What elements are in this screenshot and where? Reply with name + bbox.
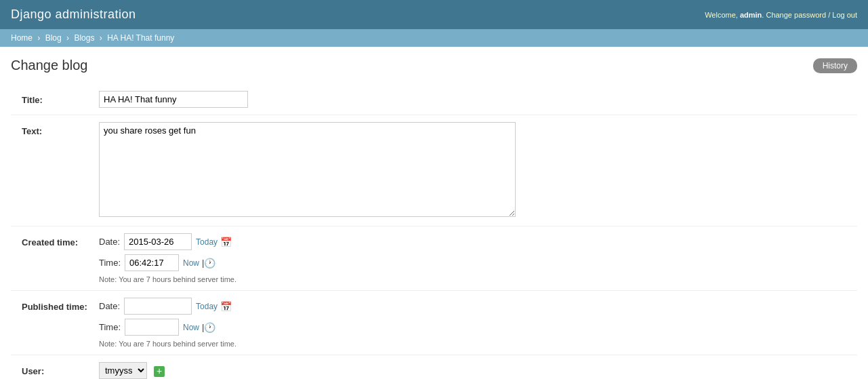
breadcrumb-sep-3: › [100,33,104,43]
published-date-row: Date: Today 📅 [99,298,846,315]
breadcrumb-current: HA HA! That funny [107,33,174,43]
change-blog-form: Title: Text: Created time: Date: Today 📅 [11,84,857,379]
published-time-input[interactable] [125,319,179,336]
breadcrumb-sep-1: › [37,33,42,43]
add-icon: + [154,366,165,377]
published-now-link[interactable]: Now [183,323,199,332]
text-row: Text: [11,115,857,226]
published-time-row: Published time: Date: Today 📅 Time: Now … [11,290,857,355]
breadcrumb-blog[interactable]: Blog [45,33,62,43]
created-time-label: Created time: [11,233,99,247]
created-today-link[interactable]: Today [196,237,218,247]
user-row: User: tmyyss + [11,355,857,379]
published-time-label: Published time: [11,298,99,312]
user-field-content: tmyyss + [99,362,857,379]
breadcrumb-blogs[interactable]: Blogs [74,33,94,43]
change-password-link[interactable]: Change password [766,11,826,19]
published-clock-icon[interactable]: 🕐 [204,322,215,333]
created-time-content: Date: Today 📅 Time: Now | 🕐 Note: You ar… [99,233,857,283]
user-tools: Welcome, admin. Change password / Log ou… [705,11,857,19]
title-row: Title: [11,84,857,115]
user-label: User: [11,362,99,376]
breadcrumb-sep-2: › [66,33,71,43]
published-time-time-label: Time: [99,322,121,332]
user-select[interactable]: tmyyss [99,362,147,379]
add-user-button[interactable]: + [154,365,165,377]
published-time-note: Note: You are 7 hours behind server time… [99,340,846,348]
created-date-row: Date: Today 📅 [99,233,846,250]
published-date-label: Date: [99,301,120,311]
text-input[interactable] [99,122,516,217]
title-input[interactable] [99,91,248,108]
logout-link[interactable]: Log out [832,11,857,19]
admin-username: admin [740,11,762,19]
breadcrumbs: Home › Blog › Blogs › HA HA! That funny [0,29,868,47]
text-field-content [99,122,857,219]
site-title: Django administration [11,7,136,22]
published-calendar-icon[interactable]: 📅 [220,301,232,312]
created-calendar-icon[interactable]: 📅 [220,237,232,247]
created-time-input[interactable] [125,254,179,271]
created-time-time-row: Time: Now | 🕐 [99,254,846,271]
published-time-time-row: Time: Now | 🕐 [99,319,846,336]
published-today-link[interactable]: Today [196,302,218,311]
svg-text:+: + [157,366,162,376]
created-time-note: Note: You are 7 hours behind server time… [99,275,846,283]
published-date-input[interactable] [124,298,192,315]
history-button[interactable]: History [813,58,857,73]
content-header: Change blog History [11,58,857,73]
page-title: Change blog [11,58,87,73]
content-main: Change blog History Title: Text: Created… [0,47,868,379]
created-time-time-label: Time: [99,258,121,268]
title-field-content [99,91,857,108]
published-time-content: Date: Today 📅 Time: Now | 🕐 Note: You ar… [99,298,857,348]
created-now-link[interactable]: Now [183,258,199,268]
created-date-input[interactable] [124,233,192,250]
text-label: Text: [11,122,99,136]
created-time-row: Created time: Date: Today 📅 Time: Now | … [11,226,857,290]
title-label: Title: [11,91,99,105]
created-clock-icon[interactable]: 🕐 [204,258,215,268]
welcome-text: Welcome, [705,11,740,19]
created-date-label: Date: [99,237,120,247]
header: Django administration Welcome, admin. Ch… [0,0,868,29]
breadcrumb-home[interactable]: Home [11,33,33,43]
